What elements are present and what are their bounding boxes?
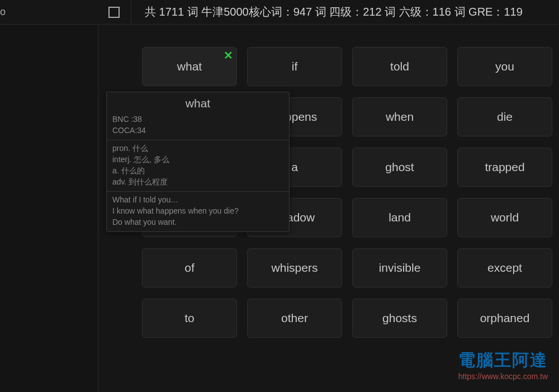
word-tile[interactable]: you	[457, 47, 552, 86]
word-tile[interactable]: what✕	[142, 47, 237, 86]
word-tile[interactable]: die	[457, 97, 552, 136]
sidebar	[0, 25, 98, 392]
tooltip-freq: BNC :38COCA:34	[107, 111, 289, 140]
word-tile[interactable]: invisible	[352, 248, 447, 287]
word-tile[interactable]: land	[352, 198, 447, 237]
word-tile[interactable]: told	[352, 47, 447, 86]
word-tile[interactable]: ghost	[352, 148, 447, 187]
word-tile[interactable]: when	[352, 97, 447, 136]
watermark-url: https://www.kocpc.com.tw	[458, 372, 548, 381]
watermark-text: 電腦王阿達	[458, 349, 548, 372]
word-tooltip: what BNC :38COCA:34 pron. 什么interj. 怎么, …	[106, 92, 290, 232]
word-tile[interactable]: other	[247, 299, 342, 338]
word-tile[interactable]: world	[457, 198, 552, 237]
stats-bar: 共 1711 词 牛津5000核心词：947 词 四级：212 词 六级：116…	[131, 4, 559, 20]
word-tile[interactable]: trapped	[457, 148, 552, 187]
tooltip-defs: pron. 什么interj. 怎么, 多么a. 什么的adv. 到什么程度	[107, 140, 289, 191]
word-tile[interactable]: if	[247, 47, 342, 86]
tooltip-title: what	[107, 92, 289, 111]
tooltip-examples: What if I told you…I know what happens w…	[107, 192, 289, 232]
header-word: do	[0, 6, 6, 18]
checkbox[interactable]	[108, 7, 120, 18]
watermark: 電腦王阿達 https://www.kocpc.com.tw	[458, 349, 548, 381]
close-icon[interactable]: ✕	[224, 50, 233, 61]
word-tile[interactable]: ghosts	[352, 299, 447, 338]
word-tile[interactable]: orphaned	[457, 299, 552, 338]
word-tile[interactable]: of	[142, 248, 237, 287]
word-tile[interactable]: except	[457, 248, 552, 287]
word-tile[interactable]: whispers	[247, 248, 342, 287]
word-tile[interactable]: to	[142, 299, 237, 338]
